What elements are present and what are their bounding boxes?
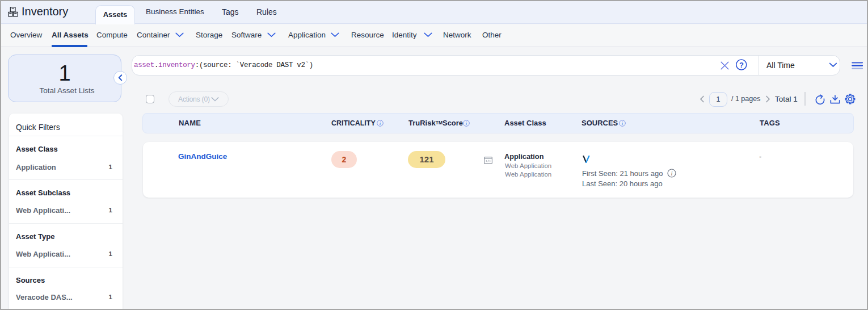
svg-text:i: i	[466, 120, 467, 126]
svg-text:i: i	[380, 120, 381, 126]
svg-text:i: i	[671, 170, 672, 177]
svg-text:?: ?	[739, 61, 744, 69]
svg-text:i: i	[622, 120, 623, 126]
